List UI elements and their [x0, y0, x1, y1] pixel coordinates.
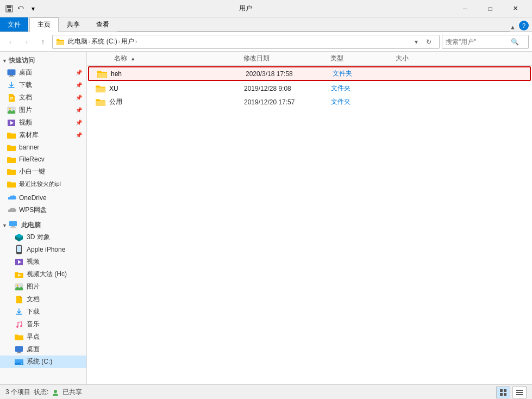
sidebar-item-download2[interactable]: 下载: [0, 306, 86, 318]
back-button[interactable]: ‹: [3, 35, 17, 49]
svg-point-22: [18, 253, 20, 254]
sidebar-item-video-label: 视频: [19, 118, 32, 127]
sidebar-item-picture[interactable]: 图片 📌: [0, 104, 86, 116]
sidebar-item-wps[interactable]: WPS网盘: [0, 204, 86, 216]
sidebar-item-picture2-label: 图片: [27, 282, 40, 291]
window-controls[interactable]: ─ □ ✕: [453, 0, 528, 17]
folder-xiaobaiyijian-icon: [7, 167, 16, 176]
file-name-public-label: 公用: [109, 97, 122, 107]
view-grid-button[interactable]: [496, 386, 510, 398]
sidebar-item-videodalaw-label: 视频大法 (Hc): [27, 270, 67, 279]
sidebar-item-3d[interactable]: 3D 对象: [0, 231, 86, 244]
main-area: ▼ 快速访问 桌面 📌 下载 📌: [0, 52, 532, 384]
quick-access-header[interactable]: ▼ 快速访问: [0, 54, 86, 66]
svg-rect-43: [516, 394, 523, 395]
svg-rect-41: [516, 390, 523, 391]
search-icon[interactable]: 🔍: [511, 38, 519, 46]
folder-filerecv-icon: [7, 155, 16, 164]
col-header-type[interactable]: 类型: [326, 54, 391, 63]
breadcrumb-drive[interactable]: 系统 (C:): [91, 37, 117, 46]
address-dropdown[interactable]: ▾: [411, 35, 422, 49]
sidebar-item-apple-iphone[interactable]: Apple iPhone: [0, 244, 86, 255]
view-list-button[interactable]: [512, 386, 527, 398]
svg-point-35: [21, 363, 22, 364]
tab-home[interactable]: 主页: [29, 17, 59, 32]
sidebar-item-desktop2-label: 桌面: [27, 345, 40, 354]
tab-view[interactable]: 查看: [88, 17, 117, 32]
breadcrumb-this-pc[interactable]: 此电脑: [68, 37, 87, 46]
svg-rect-37: [500, 389, 503, 392]
sidebar-item-wps-label: WPS网盘: [19, 205, 47, 215]
sidebar-item-music[interactable]: 音乐: [0, 318, 86, 331]
status-left: 3 个项目 状态: 已共享: [5, 388, 82, 397]
onedrive-icon: [7, 194, 16, 202]
sidebar-item-document[interactable]: 文档 📌: [0, 91, 86, 104]
svg-rect-13: [9, 221, 17, 226]
up-button[interactable]: ↑: [36, 35, 50, 49]
ribbon-collapse-icon[interactable]: ▲: [510, 24, 516, 30]
sidebar-item-filerecv[interactable]: FileRecv: [0, 153, 86, 165]
svg-rect-2: [8, 9, 11, 11]
pin-icon4: 📌: [76, 107, 82, 113]
forward-button[interactable]: ›: [20, 35, 34, 49]
svg-rect-40: [504, 393, 506, 396]
sidebar-item-xiaobaiyijian[interactable]: 小白一键: [0, 165, 86, 178]
dropdown-arrow-icon[interactable]: ▾: [28, 4, 38, 14]
sidebar-item-drive-c[interactable]: 系统 (C:): [0, 356, 86, 368]
svg-point-29: [20, 325, 22, 327]
sidebar-item-download[interactable]: 下载 📌: [0, 79, 86, 91]
svg-point-10: [9, 108, 11, 109]
file-name-xu-label: XU: [109, 85, 118, 92]
sidebar-item-recent-iphone[interactable]: 最近比较火的ipl: [0, 178, 86, 190]
sidebar-item-onedrive[interactable]: OneDrive: [0, 192, 86, 204]
file-date-heh: 2020/3/18 17:58: [241, 70, 328, 78]
col-header-size[interactable]: 大小: [391, 54, 446, 63]
help-icon[interactable]: ?: [519, 21, 529, 30]
tab-share[interactable]: 共享: [59, 17, 88, 32]
sidebar-item-video2[interactable]: 视频: [0, 255, 86, 268]
refresh-button[interactable]: ↻: [422, 35, 436, 49]
sidebar-item-video[interactable]: 视频 📌: [0, 116, 86, 129]
minimize-button[interactable]: ─: [453, 0, 478, 17]
sidebar-item-document-label: 文档: [19, 93, 32, 102]
file-name-public: 公用: [87, 97, 240, 107]
search-input[interactable]: [446, 38, 511, 46]
quick-undo-icon[interactable]: [16, 4, 26, 14]
sidebar-item-materials[interactable]: 素材库 📌: [0, 129, 86, 141]
file-type-public: 文件夹: [327, 97, 392, 107]
file-row-public[interactable]: 公用 2019/12/20 17:57 文件夹: [87, 95, 532, 109]
file-row-heh[interactable]: heh 2020/3/18 17:58 文件夹: [88, 66, 531, 81]
svg-point-28: [16, 326, 18, 328]
col-header-date[interactable]: 修改日期: [239, 54, 326, 63]
status-bar: 3 个项目 状态: 已共享: [0, 384, 532, 399]
breadcrumb-users[interactable]: 用户: [121, 37, 134, 46]
tab-file[interactable]: 文件: [0, 17, 28, 32]
sidebar-item-zaodian[interactable]: 早点: [0, 331, 86, 343]
pin-icon3: 📌: [76, 95, 82, 101]
quick-save-icon[interactable]: [4, 4, 14, 14]
address-bar[interactable]: 此电脑 › 系统 (C:) › 用户 › ▾ ↻: [52, 35, 440, 49]
sidebar-item-picture2[interactable]: 图片: [0, 280, 86, 293]
file-date-xu: 2019/12/28 9:08: [240, 85, 327, 92]
sidebar-item-desktop2[interactable]: 桌面: [0, 343, 86, 356]
svg-rect-5: [9, 76, 14, 77]
search-box[interactable]: 🔍: [442, 35, 529, 49]
zaodian-icon: [14, 333, 24, 341]
sidebar-item-recent-iphone-label: 最近比较火的ipl: [19, 180, 61, 188]
svg-rect-15: [10, 227, 16, 228]
sidebar-item-onedrive-label: OneDrive: [19, 194, 47, 202]
sidebar-item-banner[interactable]: banner: [0, 141, 86, 153]
sidebar-item-desktop[interactable]: 桌面 📌: [0, 66, 86, 79]
sidebar-item-xiaobaiyijian-label: 小白一键: [19, 167, 45, 176]
maximize-button[interactable]: □: [478, 0, 503, 17]
music-icon: [14, 320, 24, 329]
sidebar-item-3d-label: 3D 对象: [27, 233, 50, 242]
file-row-xu[interactable]: XU 2019/12/28 9:08 文件夹: [87, 82, 532, 95]
sidebar-item-document2[interactable]: 文档: [0, 293, 86, 306]
file-name-heh: heh: [89, 70, 241, 78]
desktop2-icon: [14, 345, 24, 354]
close-button[interactable]: ✕: [503, 0, 528, 17]
sidebar-item-videodalaw[interactable]: 视频大法 (Hc): [0, 268, 86, 280]
this-pc-header[interactable]: ▼ 此电脑: [0, 219, 86, 231]
col-header-name[interactable]: 名称 ▲: [87, 54, 239, 63]
